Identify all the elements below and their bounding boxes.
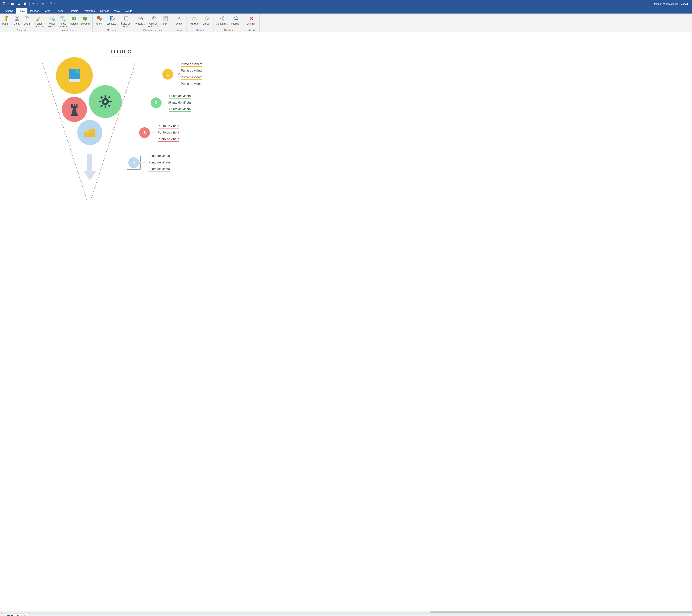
dropdown-icon: ▼ bbox=[240, 23, 241, 25]
publicar-button[interactable]: Publicar ▼ bbox=[230, 14, 242, 25]
svg-rect-62 bbox=[100, 105, 103, 107]
section-number-selected[interactable]: 4 bbox=[127, 156, 141, 170]
copiar-formato-button[interactable]: Copiar formato ▼ bbox=[33, 14, 44, 28]
tab-revisar[interactable]: Revisar bbox=[98, 8, 111, 14]
ribbon-group-elementos-de-tema: Vínculo ▼Adjuntar archivos ▼Notas ▼Eleme… bbox=[133, 14, 172, 32]
open-file-button[interactable] bbox=[10, 1, 16, 6]
leyenda-button[interactable]: +Leyenda bbox=[80, 14, 91, 25]
bullet-item[interactable]: Punto de viñeta bbox=[148, 154, 170, 158]
section-number[interactable]: 3 bbox=[139, 127, 150, 138]
adjuntar-button[interactable]: Adjuntar archivos ▼ bbox=[147, 14, 159, 28]
document-tab[interactable]: Mapa1* ⇱ ✕ bbox=[5, 614, 28, 616]
doc-tab-popout-icon[interactable]: ⇱ bbox=[21, 615, 23, 616]
cortar-button[interactable]: Cortar bbox=[13, 14, 21, 25]
eliminar-button[interactable]: Eliminar ▼ bbox=[245, 14, 258, 25]
tab-insertar[interactable]: Insertar bbox=[27, 8, 41, 14]
doc-tabs-expand-icon[interactable]: ◢ bbox=[1, 615, 4, 616]
redo-button[interactable] bbox=[40, 1, 45, 6]
bullet-item[interactable]: Punto de viñeta bbox=[148, 160, 170, 165]
new-file-dropdown-icon[interactable]: ▼ bbox=[7, 3, 9, 5]
map-canvas[interactable]: TÍTULO bbox=[0, 32, 225, 191]
bullet-item[interactable]: Punto de viñeta bbox=[158, 124, 179, 129]
section-4[interactable]: 4Punto de viñetaPunto de viñetaPunto de … bbox=[127, 154, 170, 172]
print-button[interactable] bbox=[22, 1, 28, 6]
svg-rect-9 bbox=[6, 18, 9, 21]
nuevo-tema-button[interactable]: +Nuevo tema ▼ bbox=[47, 14, 57, 28]
fuente-button[interactable]: AFuente ▼ bbox=[174, 14, 185, 25]
bullet-item[interactable]: Punto de viñeta bbox=[158, 137, 179, 141]
doc-tab-close-icon[interactable]: ✕ bbox=[24, 615, 26, 616]
copiar-button[interactable]: Copiar bbox=[23, 14, 31, 25]
svg-rect-33 bbox=[125, 17, 125, 18]
bullet-item[interactable]: Punto de viñeta bbox=[181, 82, 202, 86]
scroll-left-button[interactable]: ◄ bbox=[0, 611, 3, 613]
nuevo-subtema-button[interactable]: +Nuevo subtema bbox=[58, 14, 68, 28]
help-button[interactable]: ? bbox=[48, 1, 54, 6]
relacion-button[interactable]: Relación ▼ bbox=[188, 14, 201, 25]
bullet-list: Punto de viñetaPunto de viñetaPunto de v… bbox=[148, 154, 170, 172]
arrow-down-icon bbox=[83, 154, 96, 181]
bullet-item[interactable]: Punto de viñeta bbox=[158, 130, 179, 135]
bullet-item[interactable]: Punto de viñeta bbox=[169, 107, 191, 112]
tab-ayuda[interactable]: Ayuda bbox=[123, 8, 135, 14]
compartir-button[interactable]: Compartir ▼ bbox=[215, 14, 229, 25]
funnel-node-coins[interactable] bbox=[77, 120, 103, 145]
section-2[interactable]: 2Punto de viñetaPunto de viñetaPunto de … bbox=[151, 94, 191, 112]
limite-button[interactable]: Límite ▼ bbox=[202, 14, 212, 25]
funnel-node-book[interactable] bbox=[56, 57, 93, 94]
section-number[interactable]: 2 bbox=[151, 97, 161, 108]
ribbon-group-label: Portapapeles bbox=[2, 28, 44, 32]
title-bar: ▼ ▼ ?▼ Mindjet MindManager - Mapa1 bbox=[0, 0, 692, 8]
scroll-thumb[interactable] bbox=[430, 611, 692, 613]
bullet-item[interactable]: Punto de viñeta bbox=[169, 94, 191, 98]
tab-inicio[interactable]: Inicio bbox=[16, 8, 27, 14]
funnel-node-rook[interactable] bbox=[62, 97, 87, 122]
help-dropdown-icon[interactable]: ▼ bbox=[54, 3, 56, 5]
tab-tarea[interactable]: Tarea bbox=[41, 8, 53, 14]
index-icon bbox=[123, 15, 129, 22]
flotante-button[interactable]: +Flotante bbox=[69, 14, 79, 25]
ribbon-group-fuente: AFuente ▼Fuente bbox=[172, 14, 187, 32]
map-title[interactable]: TÍTULO bbox=[110, 48, 132, 57]
scroll-track[interactable] bbox=[3, 611, 692, 613]
notas-button[interactable]: Notas ▼ bbox=[161, 14, 171, 25]
indice-button[interactable]: Índice de mapa ▼ bbox=[121, 14, 131, 28]
iconos-button[interactable]: ✓Iconos ▼ bbox=[94, 14, 105, 25]
funnel-node-gear[interactable] bbox=[89, 85, 122, 118]
ribbon-group-label: Compartir bbox=[215, 28, 242, 32]
ribbon-button-label: Vínculo ▼ bbox=[135, 22, 145, 25]
bullet-item[interactable]: Punto de viñeta bbox=[181, 62, 202, 67]
svg-rect-34 bbox=[125, 18, 125, 19]
tab-formato[interactable]: Formato bbox=[66, 8, 81, 14]
bullet-item[interactable]: Punto de viñeta bbox=[181, 75, 202, 80]
document-tab-bar: ◢ Mapa1* ⇱ ✕ bbox=[0, 613, 692, 616]
tab-vista[interactable]: Vista bbox=[111, 8, 123, 14]
tab-diseño[interactable]: Diseño bbox=[53, 8, 66, 14]
save-button[interactable] bbox=[16, 1, 22, 6]
bullet-item[interactable]: Punto de viñeta bbox=[169, 101, 191, 105]
vinculo-button[interactable]: Vínculo ▼ bbox=[134, 14, 146, 25]
quick-access-toolbar: ▼ ▼ ?▼ bbox=[2, 1, 56, 6]
bullet-list: Punto de viñetaPunto de viñetaPunto de v… bbox=[169, 94, 191, 112]
document-tab-label: Mapa1* bbox=[11, 615, 19, 616]
pegar-button[interactable]: Pegar ▼ bbox=[2, 14, 12, 25]
section-1[interactable]: 1Punto de viñetaPunto de viñetaPunto de … bbox=[162, 62, 202, 86]
group-launcher-icon[interactable]: ⇲ bbox=[169, 29, 170, 31]
horizontal-scrollbar[interactable]: ◄ bbox=[0, 611, 692, 613]
tab-avanzado[interactable]: Avanzado bbox=[81, 8, 98, 14]
brush-icon bbox=[36, 15, 41, 22]
dropdown-icon: ▼ bbox=[157, 26, 159, 28]
undo-dropdown-icon[interactable]: ▼ bbox=[37, 3, 39, 5]
bullet-item[interactable]: Punto de viñeta bbox=[148, 167, 170, 172]
undo-button[interactable] bbox=[31, 1, 37, 6]
ribbon-group-label: Elementos de tema⇲ bbox=[134, 28, 170, 32]
new-file-button[interactable] bbox=[2, 1, 7, 6]
bullet-item[interactable]: Punto de viñeta bbox=[181, 69, 202, 73]
canvas-scroll[interactable]: TÍTULO bbox=[0, 32, 692, 611]
etiquetas-button[interactable]: Etiquetas ▼ bbox=[106, 14, 119, 25]
svg-rect-0 bbox=[3, 2, 5, 5]
tab-archivo[interactable]: Archivo bbox=[2, 8, 16, 14]
section-number[interactable]: 1 bbox=[162, 69, 173, 80]
section-3[interactable]: 3Punto de viñetaPunto de viñetaPunto de … bbox=[139, 124, 179, 141]
dropdown-icon: ▼ bbox=[144, 23, 145, 25]
